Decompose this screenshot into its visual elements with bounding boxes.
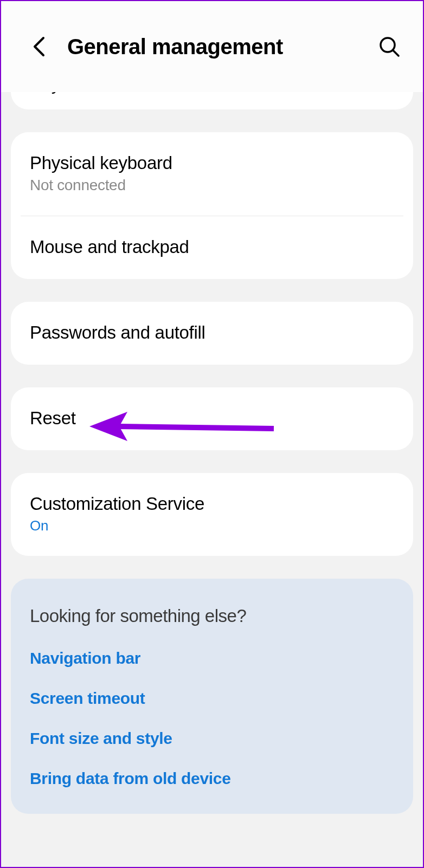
item-reset[interactable]: Reset [11,387,413,450]
link-navigation-bar[interactable]: Navigation bar [30,649,394,668]
back-chevron-icon [33,36,46,57]
settings-content: Keyboard list and default Physical keybo… [1,89,423,814]
customization-label: Customization Service [30,494,394,514]
svg-line-1 [393,50,399,56]
item-physical-keyboard[interactable]: Physical keyboard Not connected [11,132,413,216]
physical-keyboard-label: Physical keyboard [30,153,394,173]
passwords-autofill-label: Passwords and autofill [30,322,394,343]
item-customization-service[interactable]: Customization Service On [11,473,413,556]
search-icon [378,36,400,57]
link-screen-timeout[interactable]: Screen timeout [30,689,394,708]
physical-keyboard-status: Not connected [30,177,394,194]
mouse-trackpad-label: Mouse and trackpad [30,237,394,257]
group-input-devices: Physical keyboard Not connected Mouse an… [11,132,413,279]
group-customization: Customization Service On [11,473,413,556]
page-title: General management [67,35,377,59]
app-header: General management [1,1,423,92]
back-button[interactable] [28,36,50,57]
customization-status: On [30,517,394,534]
link-font-size[interactable]: Font size and style [30,729,394,748]
group-reset: Reset [11,387,413,450]
search-button[interactable] [377,35,401,59]
looking-for-title: Looking for something else? [30,606,394,626]
group-passwords: Passwords and autofill [11,302,413,365]
link-bring-data[interactable]: Bring data from old device [30,769,394,788]
reset-label: Reset [30,408,394,429]
looking-for-card: Looking for something else? Navigation b… [11,579,413,814]
item-passwords-autofill[interactable]: Passwords and autofill [11,302,413,365]
item-mouse-trackpad[interactable]: Mouse and trackpad [11,216,413,279]
